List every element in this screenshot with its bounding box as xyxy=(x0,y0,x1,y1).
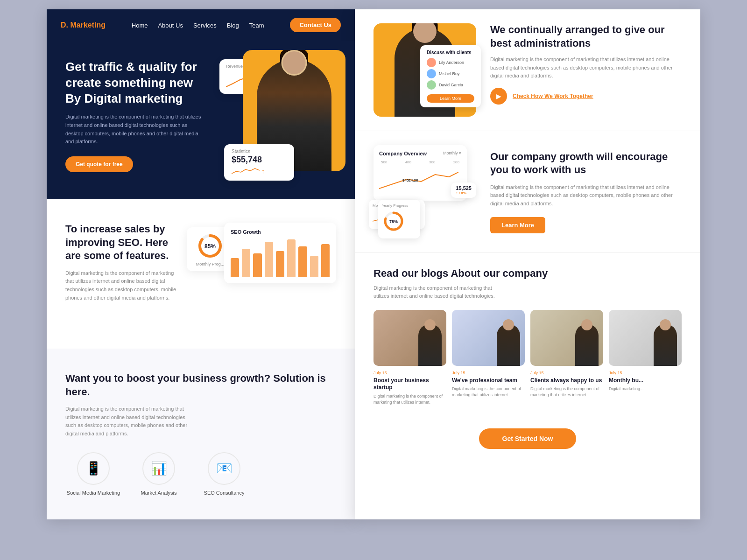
avatar-1 xyxy=(427,58,436,67)
blog-cards-row: July 15 Boost your business startup Digi… xyxy=(374,310,682,405)
service-market-analysis: 📊 Market Analysis xyxy=(131,452,187,496)
bottom-cta-area: Get Started Now xyxy=(355,419,700,458)
bar-8 xyxy=(310,256,318,277)
contact-button[interactable]: Contact Us xyxy=(290,18,341,32)
nav-blog[interactable]: Blog xyxy=(227,21,239,29)
blog-section: Read our blogs About our company Digital… xyxy=(355,253,700,419)
nav-about[interactable]: About Us xyxy=(158,21,183,29)
right-panel: Discuss with clients Lily Anderson Mishe… xyxy=(355,9,700,519)
hero-cta-button[interactable]: Get quote for free xyxy=(65,156,133,172)
growth-trend: ↑ +8% xyxy=(456,191,472,195)
seo-label: SEO Consultancy xyxy=(196,490,252,496)
blog-card-title-2: We've professional team xyxy=(452,377,525,385)
blog-card-title-4: Monthly bu... xyxy=(609,377,682,385)
blog-image-4 xyxy=(609,310,682,366)
co-y-axis: 500400300200 xyxy=(379,160,461,164)
progress-label: Monthly Prog... xyxy=(191,262,229,266)
co-title: Company Overview xyxy=(379,151,427,156)
right-hero-section: Discuss with clients Lily Anderson Mishe… xyxy=(355,9,700,131)
discuss-person-2: Mishel Roy xyxy=(427,69,474,78)
blog-image-2 xyxy=(452,310,525,366)
blog-card-desc-2: Digital marketing is the component of ma… xyxy=(452,386,525,398)
features-text: To increase sales by improving SEO. Here… xyxy=(65,223,177,302)
right-hero-content: We continually arranged to give our best… xyxy=(490,23,682,117)
blog-card-4: July 15 Monthly bu... Digital marketing.… xyxy=(609,310,682,405)
blog-image-3 xyxy=(530,310,603,366)
person-head xyxy=(282,50,307,76)
service-social-media: 📱 Social Media Marketing xyxy=(65,452,121,496)
discuss-name-2: Mishel Roy xyxy=(439,71,460,76)
blog-person-3 xyxy=(575,324,599,366)
hero-content: Get traffic & quality for create somethi… xyxy=(65,59,205,172)
discuss-name-1: Lily Anderson xyxy=(439,60,464,65)
growth-content: Our company growth will encourage you to… xyxy=(490,150,682,234)
market-analysis-icon: 📊 xyxy=(142,452,175,485)
play-label[interactable]: Check How We Work Together xyxy=(513,93,593,99)
discuss-person-1: Lily Anderson xyxy=(427,58,474,67)
blog-card-title-1: Boost your business startup xyxy=(374,377,446,392)
small-donut: 78% xyxy=(382,210,405,233)
blog-description: Digital marketing is the component of ma… xyxy=(374,284,504,301)
nav-team[interactable]: Team xyxy=(249,21,264,29)
blog-card-2: July 15 We've professional team Digital … xyxy=(452,310,525,405)
features-charts-area: 85% Monthly Prog... SEO Growth xyxy=(191,223,336,325)
blog-card-title-3: Clients always happy to us xyxy=(530,377,603,385)
blog-person-4 xyxy=(654,324,677,366)
overview-line-chart: $4524.28 xyxy=(379,165,458,193)
discuss-person-3: David Garcia xyxy=(427,80,474,90)
hero-title: Get traffic & quality for create somethi… xyxy=(65,59,205,106)
brand-logo: D. Marketing xyxy=(61,21,106,29)
chart-header: SEO Growth xyxy=(231,229,330,235)
bar-1 xyxy=(231,258,239,277)
growth-description: Digital marketing is the component of ma… xyxy=(490,183,682,208)
blog-title: Read our blogs About our company xyxy=(374,267,682,280)
play-button-row: ▶ Check How We Work Together xyxy=(490,88,682,105)
growth-title: Our company growth will encourage you to… xyxy=(490,150,682,177)
hero-description: Digital marketing is the component of ma… xyxy=(65,113,205,146)
discuss-name-3: David Garcia xyxy=(439,83,463,87)
blog-card-desc-1: Digital marketing is the component of ma… xyxy=(374,393,446,405)
business-title: Want you to boost your business growth? … xyxy=(65,372,336,399)
nav-services[interactable]: Services xyxy=(193,21,217,29)
svg-text:78%: 78% xyxy=(389,219,398,224)
bottom-cta-button[interactable]: Get Started Now xyxy=(479,428,577,449)
play-button[interactable]: ▶ xyxy=(490,88,507,105)
blog-card-desc-3: Digital marketing is the component of ma… xyxy=(530,386,603,398)
blog-card-1: July 15 Boost your business startup Digi… xyxy=(374,310,446,405)
bar-9 xyxy=(321,244,330,277)
seo-icon: 📧 xyxy=(208,452,240,485)
learn-more-button[interactable]: Learn More xyxy=(490,217,545,233)
features-section: To increase sales by improving SEO. Here… xyxy=(47,199,355,349)
stats-value: $55,748 xyxy=(232,155,287,165)
social-media-icon: 📱 xyxy=(77,452,110,485)
chart-title: SEO Growth xyxy=(231,229,261,235)
right-hero-title: We continually arranged to give our best… xyxy=(490,23,682,50)
blog-header: Read our blogs About our company Digital… xyxy=(374,267,682,301)
co-title-row: Company Overview Monthly ▾ xyxy=(379,151,461,156)
left-panel: D. Marketing Home About Us Services Blog… xyxy=(47,9,355,519)
hero-image-area: Revenue Value Statistics $55,748 xyxy=(219,45,345,190)
business-description: Digital marketing is the component of ma… xyxy=(65,405,196,438)
navbar: D. Marketing Home About Us Services Blog… xyxy=(47,9,355,41)
blog-date-2: July 15 xyxy=(452,371,525,375)
blog-card-desc-4: Digital marketing... xyxy=(609,386,682,392)
co-dropdown[interactable]: Monthly ▾ xyxy=(443,151,461,156)
bar-3 xyxy=(253,253,261,277)
features-description: Digital marketing is the component of ma… xyxy=(65,269,177,302)
bar-chart xyxy=(231,239,330,277)
svg-text:$4524.28: $4524.28 xyxy=(402,178,418,182)
service-icons-row: 📱 Social Media Marketing 📊 Market Analys… xyxy=(65,452,336,496)
stats-label: Statistics xyxy=(232,149,287,154)
discuss-learn-more-btn[interactable]: Learn More xyxy=(427,94,474,103)
growth-charts-area: Company Overview Monthly ▾ 500400300200 … xyxy=(374,145,476,238)
growth-value: 15,525 xyxy=(456,185,472,191)
stats-up-icon: ↑ xyxy=(261,168,265,175)
nav-home[interactable]: Home xyxy=(132,21,148,29)
avatar-2 xyxy=(427,69,436,78)
discuss-card: Discuss with clients Lily Anderson Mishe… xyxy=(420,45,481,107)
features-title: To increase sales by improving SEO. Here… xyxy=(65,223,177,263)
blog-date-1: July 15 xyxy=(374,371,446,375)
bar-5 xyxy=(276,251,284,277)
blog-date-4: July 15 xyxy=(609,371,682,375)
hero-section: Get traffic & quality for create somethi… xyxy=(47,41,355,199)
